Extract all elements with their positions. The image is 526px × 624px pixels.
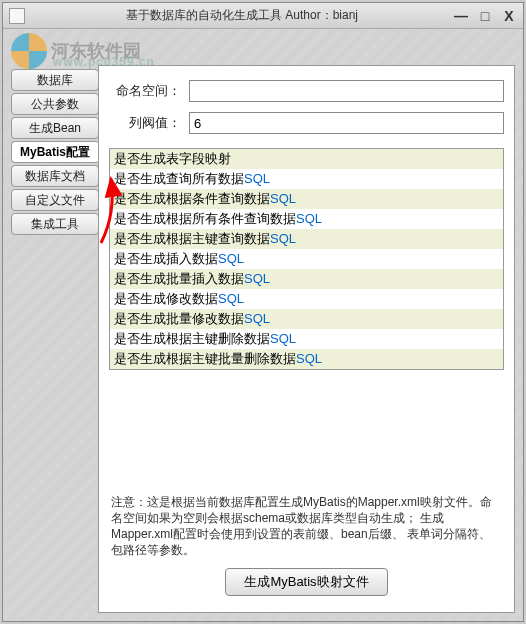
- option-row[interactable]: 是否生成根据主键查询数据SQL: [110, 229, 503, 249]
- main-panel: 命名空间： 列阀值： 是否生成表字段映射是否生成查询所有数据SQL是否生成根据条…: [98, 65, 515, 613]
- option-row[interactable]: 是否生成根据条件查询数据SQL: [110, 189, 503, 209]
- close-button[interactable]: X: [501, 8, 517, 24]
- sidebar: 数据库公共参数生成BeanMyBatis配置数据库文档自定义文件集成工具: [11, 65, 99, 613]
- notice-text: 注意：这是根据当前数据库配置生成MyBatis的Mapper.xml映射文件。命…: [109, 488, 504, 568]
- sidebar-item-4[interactable]: 数据库文档: [11, 165, 99, 187]
- sidebar-item-0[interactable]: 数据库: [11, 69, 99, 91]
- window-title: 基于数据库的自动化生成工具 Author：bianj: [31, 7, 453, 24]
- option-row[interactable]: 是否生成批量插入数据SQL: [110, 269, 503, 289]
- sidebar-item-6[interactable]: 集成工具: [11, 213, 99, 235]
- namespace-input[interactable]: [189, 80, 504, 102]
- option-row[interactable]: 是否生成查询所有数据SQL: [110, 169, 503, 189]
- option-row[interactable]: 是否生成批量修改数据SQL: [110, 309, 503, 329]
- option-row[interactable]: 是否生成根据主键删除数据SQL: [110, 329, 503, 349]
- option-row[interactable]: 是否生成插入数据SQL: [110, 249, 503, 269]
- option-row[interactable]: 是否生成表字段映射: [110, 149, 503, 169]
- sidebar-item-2[interactable]: 生成Bean: [11, 117, 99, 139]
- generate-button[interactable]: 生成MyBatis映射文件: [225, 568, 387, 596]
- option-row[interactable]: 是否生成根据所有条件查询数据SQL: [110, 209, 503, 229]
- watermark-logo-icon: [11, 33, 47, 69]
- maximize-button[interactable]: □: [477, 8, 493, 24]
- minimize-button[interactable]: —: [453, 8, 469, 24]
- sidebar-item-5[interactable]: 自定义文件: [11, 189, 99, 211]
- threshold-label: 列阀值：: [109, 114, 181, 132]
- option-row[interactable]: 是否生成修改数据SQL: [110, 289, 503, 309]
- watermark: 河东软件园 www.pc0359.cn: [11, 33, 141, 69]
- titlebar: 基于数据库的自动化生成工具 Author：bianj — □ X: [3, 3, 523, 29]
- threshold-input[interactable]: [189, 112, 504, 134]
- namespace-label: 命名空间：: [109, 82, 181, 100]
- sidebar-item-3[interactable]: MyBatis配置: [11, 141, 99, 163]
- options-list: 是否生成表字段映射是否生成查询所有数据SQL是否生成根据条件查询数据SQL是否生…: [109, 148, 504, 370]
- app-icon: [9, 8, 25, 24]
- watermark-text: 河东软件园: [51, 39, 141, 63]
- sidebar-item-1[interactable]: 公共参数: [11, 93, 99, 115]
- option-row[interactable]: 是否生成根据主键批量删除数据SQL: [110, 349, 503, 369]
